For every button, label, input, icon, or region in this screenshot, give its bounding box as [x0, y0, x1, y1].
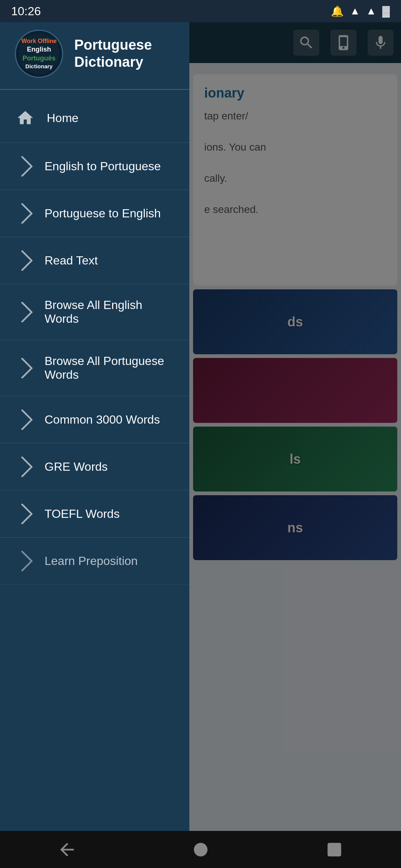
- arrow-icon-3: [15, 251, 33, 270]
- sidebar-item-learn-preposition[interactable]: Learn Preposition: [0, 537, 189, 585]
- wifi-icon: ▲: [366, 5, 376, 17]
- status-icons: 🔔 ▲ ▲ ▓: [331, 5, 390, 17]
- sidebar-item-toefl-words-label: TOEFL Words: [45, 507, 120, 521]
- arrow-icon-6: [15, 410, 33, 429]
- logo-line3: Português: [22, 54, 55, 63]
- logo-line2: English: [27, 45, 51, 54]
- arrow-icon-4: [15, 303, 33, 321]
- home-icon: [15, 108, 36, 128]
- logo-line4: Dictionary: [25, 63, 52, 70]
- svg-rect-1: [327, 843, 341, 857]
- app-logo: Work Offline English Português Dictionar…: [15, 30, 63, 78]
- status-bar: 10:26 🔔 ▲ ▲ ▓: [0, 0, 401, 22]
- arrow-icon-9: [15, 552, 33, 570]
- status-time: 10:26: [11, 4, 41, 18]
- sidebar-item-home-label: Home: [47, 111, 78, 125]
- sidebar-item-read-text[interactable]: Read Text: [0, 237, 189, 284]
- sidebar-item-read-text-label: Read Text: [45, 254, 98, 267]
- logo-inner: Work Offline English Português Dictionar…: [19, 33, 59, 74]
- sidebar-item-english-to-portuguese-label: English to Portuguese: [45, 160, 161, 173]
- signal-icon: ▲: [350, 5, 360, 17]
- recent-button[interactable]: [319, 835, 349, 864]
- sidebar-item-browse-portuguese[interactable]: Browse All Portuguese Words: [0, 340, 189, 396]
- back-button[interactable]: [52, 835, 82, 864]
- drawer-title: PortugueseDictionary: [74, 37, 152, 70]
- sidebar-item-portuguese-to-english-label: Portuguese to English: [45, 207, 161, 220]
- sidebar-item-home[interactable]: Home: [0, 93, 189, 143]
- logo-line1: Work Offline: [22, 37, 57, 45]
- battery-icon: ▓: [382, 5, 390, 17]
- arrow-icon-2: [15, 204, 33, 223]
- sidebar-item-english-to-portuguese[interactable]: English to Portuguese: [0, 143, 189, 190]
- home-button[interactable]: [186, 835, 215, 864]
- nav-bar: [0, 831, 401, 868]
- arrow-icon-5: [15, 359, 33, 377]
- arrow-icon-7: [15, 457, 33, 476]
- sidebar-item-portuguese-to-english[interactable]: Portuguese to English: [0, 190, 189, 237]
- sidebar-item-browse-portuguese-label: Browse All Portuguese Words: [45, 354, 175, 382]
- sidebar-item-gre-words[interactable]: GRE Words: [0, 443, 189, 490]
- sidebar-item-gre-words-label: GRE Words: [45, 460, 108, 474]
- arrow-icon-1: [15, 157, 33, 175]
- sidebar-item-browse-english-label: Browse All English Words: [45, 298, 175, 326]
- svg-point-0: [194, 843, 208, 857]
- drawer: Work Offline English Português Dictionar…: [0, 0, 189, 868]
- sidebar-item-browse-english[interactable]: Browse All English Words: [0, 284, 189, 340]
- sidebar-item-common-3000-label: Common 3000 Words: [45, 413, 160, 427]
- sidebar-item-common-3000[interactable]: Common 3000 Words: [0, 396, 189, 443]
- notification-icon: 🔔: [331, 5, 344, 17]
- arrow-icon-8: [15, 504, 33, 523]
- drawer-menu: Home English to Portuguese Portuguese to…: [0, 90, 189, 868]
- sidebar-item-learn-preposition-label: Learn Preposition: [45, 554, 138, 568]
- sidebar-item-toefl-words[interactable]: TOEFL Words: [0, 490, 189, 537]
